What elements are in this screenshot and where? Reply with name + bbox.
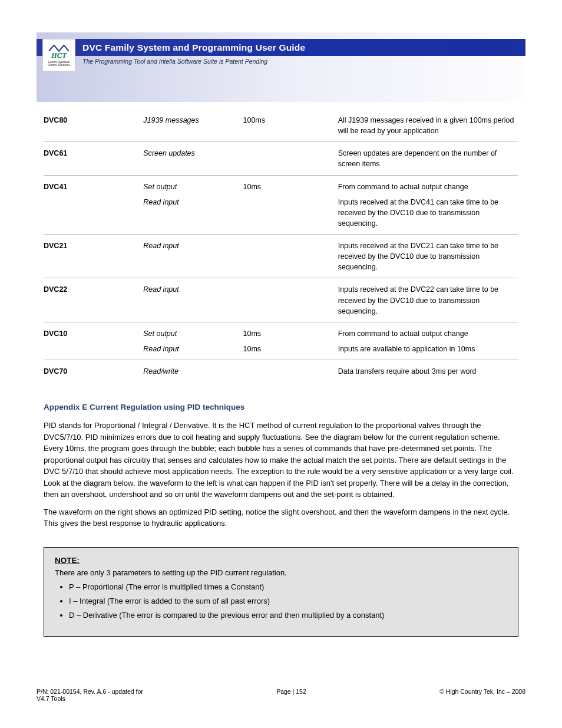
- operation: Read input: [143, 282, 243, 318]
- table-row: Read inputInputs received at the DVC41 c…: [44, 195, 518, 231]
- spec-table: DVC80J1939 messages100msAll J1939 messag…: [44, 113, 518, 379]
- brand-logo: HCT Electro-Hydraulic Control Solutions: [42, 39, 75, 71]
- row-divider: [44, 234, 518, 235]
- footer-page-label: Page |: [276, 688, 296, 695]
- note-subtitle: There are only 3 parameters to setting u…: [55, 568, 507, 577]
- table-row: DVC70Read/writeData transfers require ab…: [44, 364, 518, 379]
- list-item: P – Proportional (The error is multiplie…: [69, 581, 507, 594]
- table-row: DVC10Set output10msFrom command to actua…: [44, 326, 518, 341]
- device-name: [44, 195, 143, 231]
- timing: [243, 238, 338, 275]
- table-row: DVC22Read inputInputs received at the DV…: [44, 282, 518, 318]
- device-name: DVC21: [44, 238, 143, 275]
- table-row: DVC80J1939 messages100msAll J1939 messag…: [44, 113, 518, 139]
- note-box: NOTE: There are only 3 parameters to set…: [44, 547, 518, 637]
- device-name: DVC10: [44, 326, 143, 341]
- table-row: DVC61Screen updatesScreen updates are de…: [44, 146, 518, 172]
- title-text: DVC Family System and Programming User G…: [82, 42, 305, 53]
- description: Screen updates are dependent on the numb…: [338, 146, 518, 172]
- device-name: DVC22: [44, 282, 143, 318]
- row-divider: [44, 278, 518, 278]
- footer-pn: P/N: 021-00154, Rev. A.6 - updated for: [37, 688, 143, 695]
- logo-text: HCT: [51, 51, 67, 60]
- description: Inputs received at the DVC22 can take ti…: [338, 282, 518, 318]
- device-name: [44, 341, 143, 357]
- content-area: DVC80J1939 messages100msAll J1939 messag…: [37, 102, 525, 637]
- subtitle: The Programming Tool and Intella Softwar…: [82, 58, 267, 65]
- footer-center: Page | 152: [143, 688, 439, 702]
- timing: [243, 146, 338, 172]
- row-divider: [44, 322, 518, 322]
- timing: 100ms: [243, 113, 338, 139]
- row-divider: [44, 141, 518, 142]
- page-footer: P/N: 021-00154, Rev. A.6 - updated for V…: [37, 688, 525, 702]
- footer-copyright: © High Country Tek, Inc – 2008: [439, 688, 525, 702]
- description: Inputs received at the DVC21 can take ti…: [338, 238, 518, 275]
- mountain-icon: HCT: [47, 43, 71, 61]
- description: Inputs are available to application in 1…: [338, 341, 518, 357]
- timing: 10ms: [243, 179, 338, 195]
- timing: 10ms: [243, 341, 338, 357]
- operation: Read/write: [143, 364, 243, 379]
- appendix-p2: The waveform on the right shows an optim…: [44, 506, 518, 529]
- list-item: I – Integral (The error is added to the …: [69, 595, 507, 608]
- operation: J1939 messages: [143, 113, 243, 139]
- timing: 10ms: [243, 326, 338, 341]
- footer-pn2: V4.7 Tools: [37, 695, 65, 702]
- footer-left: P/N: 021-00154, Rev. A.6 - updated for V…: [37, 688, 143, 702]
- operation: Read input: [143, 238, 243, 275]
- description: Inputs received at the DVC41 can take ti…: [338, 195, 518, 231]
- operation: Set output: [143, 179, 243, 195]
- footer-page-num: 152: [296, 688, 306, 695]
- header-band: DVC Family System and Programming User G…: [37, 32, 525, 102]
- operation: Screen updates: [143, 146, 243, 172]
- device-name: DVC41: [44, 179, 143, 195]
- note-title: NOTE:: [55, 556, 507, 565]
- logo-tagline: Electro-Hydraulic Control Solutions: [48, 61, 70, 67]
- timing: [243, 282, 338, 318]
- appendix-heading: Appendix E Current Regulation using PID …: [44, 403, 518, 411]
- table-row: DVC21Read inputInputs received at the DV…: [44, 238, 518, 275]
- description: Data transfers require about 3ms per wor…: [338, 364, 518, 379]
- description: All J1939 messages received in a given 1…: [338, 113, 518, 139]
- device-name: DVC80: [44, 113, 143, 139]
- table-row: Read input10msInputs are available to ap…: [44, 341, 518, 357]
- operation: Read input: [143, 341, 243, 357]
- timing: [243, 364, 338, 379]
- device-name: DVC61: [44, 146, 143, 172]
- operation: Read input: [143, 195, 243, 231]
- row-divider: [44, 175, 518, 176]
- appendix-p1: PID stands for Proportional / Integral /…: [44, 420, 518, 500]
- description: From command to actual output change: [338, 326, 518, 341]
- list-item: D – Derivative (The error is compared to…: [69, 609, 507, 622]
- row-divider: [44, 360, 518, 360]
- timing: [243, 195, 338, 231]
- table-row: DVC41Set output10msFrom command to actua…: [44, 179, 518, 195]
- title-bar: DVC Family System and Programming User G…: [37, 39, 525, 56]
- operation: Set output: [143, 326, 243, 341]
- description: From command to actual output change: [338, 179, 518, 195]
- logo-tag-2: Control Solutions: [48, 64, 70, 67]
- note-list: P – Proportional (The error is multiplie…: [55, 581, 507, 622]
- device-name: DVC70: [44, 364, 143, 379]
